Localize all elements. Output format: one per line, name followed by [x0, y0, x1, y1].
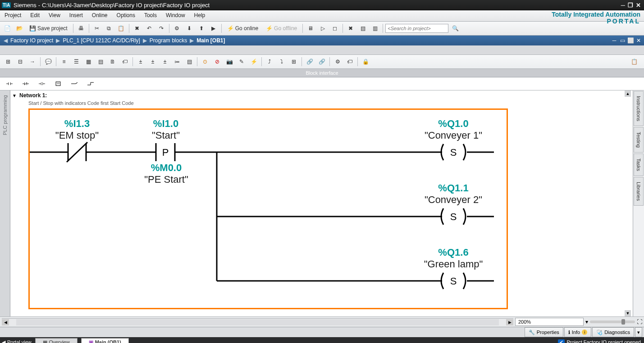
tab-instructions[interactable]: Instructions	[634, 91, 644, 126]
menu-window[interactable]: Window	[161, 10, 190, 21]
inspector-collapse-button[interactable]: ▾	[635, 327, 642, 337]
close-button[interactable]: ✕	[636, 2, 641, 9]
search-button[interactable]: 🔍	[450, 23, 461, 34]
coil2-address[interactable]: %Q1.1	[417, 182, 489, 194]
contact2-address[interactable]: %I1.0	[143, 118, 188, 130]
coil1-name[interactable]: "Conveyer 1"	[417, 130, 489, 141]
hscroll-track[interactable]	[16, 319, 499, 325]
stop-cpu-button[interactable]: ◻	[329, 23, 340, 34]
open-branch-button[interactable]: ⤴	[264, 56, 275, 67]
expand-button[interactable]: ▦	[83, 56, 94, 67]
crumb-plc[interactable]: PLC_1 [CPU 1212C AC/DC/Rly]	[63, 37, 140, 44]
compile-button[interactable]: ⚙	[172, 23, 183, 34]
network-header[interactable]: ▼ Network 1:	[10, 90, 633, 99]
restore-button[interactable]: ❐	[628, 2, 633, 9]
toggle-button[interactable]: ≔	[172, 56, 183, 67]
format-button[interactable]: ±	[135, 56, 146, 67]
branch-button[interactable]	[68, 78, 81, 89]
contact1-name[interactable]: "EM stop"	[55, 130, 100, 141]
menu-insert[interactable]: Insert	[65, 10, 87, 21]
go-online-button[interactable]: ⚡ Go online	[224, 23, 261, 34]
tag-button[interactable]: 🏷	[119, 56, 130, 67]
box-button[interactable]: ??	[51, 78, 65, 89]
project-search-input[interactable]	[385, 24, 448, 33]
editor-float-button[interactable]: ▭	[619, 37, 626, 44]
cross-ref-button[interactable]: ✖	[345, 23, 356, 34]
tab-main-ob1[interactable]: ▣ Main (OB1)	[81, 338, 129, 343]
portal-view-button[interactable]: ◀ Portal view	[2, 339, 32, 343]
cut-button[interactable]: ✂	[91, 23, 102, 34]
stop-monitor-button[interactable]: ⊘	[212, 56, 223, 67]
zoom-slider[interactable]	[590, 320, 635, 323]
coil-button[interactable]	[35, 78, 49, 89]
redo-button[interactable]: ↷	[156, 23, 167, 34]
tab-libraries[interactable]: Libraries	[634, 177, 644, 206]
branch-up-button[interactable]	[84, 78, 97, 89]
scroll-down-icon[interactable]: ▼	[625, 310, 631, 316]
memory-name[interactable]: "PE Start"	[142, 174, 191, 185]
plc-programming-tab[interactable]: PLC programming	[2, 95, 8, 135]
contact2-name[interactable]: "Start"	[143, 130, 188, 141]
properties-tab[interactable]: 🔧Properties	[525, 327, 563, 337]
no-contact-button[interactable]	[3, 78, 16, 89]
snapshot-button[interactable]: 📷	[224, 56, 235, 67]
menu-options[interactable]: Options	[112, 10, 140, 21]
crumb-project[interactable]: Factory IO project	[10, 37, 53, 44]
collapse-triangle-icon[interactable]: ▼	[12, 93, 17, 98]
nav-back-icon[interactable]: ◀	[4, 37, 8, 44]
split-v-button[interactable]: ▥	[370, 23, 380, 34]
crumb-main[interactable]: Main [OB1]	[196, 37, 225, 44]
contact1-address[interactable]: %I1.3	[55, 118, 100, 130]
tab-overview[interactable]: ▦ Overview	[35, 338, 78, 343]
absolute-button[interactable]: ≡	[59, 56, 69, 67]
coil1-address[interactable]: %Q1.0	[417, 118, 489, 130]
menu-edit[interactable]: Edit	[26, 10, 44, 21]
menu-online[interactable]: Online	[87, 10, 112, 21]
tab-testing[interactable]: Testing	[634, 127, 644, 153]
help2-button[interactable]: 🏷	[344, 56, 355, 67]
collapse-button[interactable]: ▤	[95, 56, 106, 67]
menu-help[interactable]: Help	[190, 10, 210, 21]
editor-minimize-button[interactable]: ─	[611, 37, 618, 44]
zoom-dropdown-icon[interactable]: ▾	[585, 319, 588, 325]
properties-button[interactable]: 📋	[629, 56, 639, 67]
format3-button[interactable]: ±	[160, 56, 170, 67]
memory-address[interactable]: %M0.0	[142, 162, 191, 174]
start-cpu-button[interactable]: ▷	[317, 23, 328, 34]
comment-button[interactable]: 💬	[43, 56, 54, 67]
coil3-name[interactable]: "Green lamp"	[417, 258, 489, 270]
vertical-scrollbar[interactable]: ▲ ▼	[625, 90, 632, 316]
download-button[interactable]: ⬇	[184, 23, 195, 34]
close-branch-button[interactable]: ⤵	[276, 56, 287, 67]
call-structure-button[interactable]: 🔗	[304, 56, 315, 67]
editor-close-button[interactable]: ✕	[635, 37, 642, 44]
split-h-button[interactable]: ▤	[357, 23, 368, 34]
settings-button[interactable]: ⚙	[332, 56, 343, 67]
menu-tools[interactable]: Tools	[140, 10, 161, 21]
structure-button[interactable]: ⊞	[288, 56, 299, 67]
upload-button[interactable]: ⬆	[196, 23, 207, 34]
zoom-input[interactable]	[515, 318, 584, 326]
undo-button[interactable]: ↶	[144, 23, 155, 34]
force-button[interactable]: ⚡	[248, 56, 259, 67]
lock-button[interactable]: 🔒	[360, 56, 371, 67]
monitor-button[interactable]: ⊙	[200, 56, 210, 67]
delete-button[interactable]: ✖	[132, 23, 142, 34]
dependency-button[interactable]: 🔗	[316, 56, 327, 67]
zoom-fit-button[interactable]: ⛶	[637, 319, 642, 325]
minimize-button[interactable]: ─	[621, 2, 625, 9]
font-button[interactable]: 🗎	[107, 56, 118, 67]
format2-button[interactable]: ±	[147, 56, 158, 67]
modify-button[interactable]: ✎	[236, 56, 247, 67]
accessible-devices-button[interactable]: 🖥	[305, 23, 316, 34]
tab-tasks[interactable]: Tasks	[634, 153, 644, 176]
editor-maximize-button[interactable]: ⬜	[627, 37, 634, 44]
editor-viewport[interactable]: ▼ Network 1: Start / Stop with indicator…	[10, 90, 633, 316]
delete-network-button[interactable]: ⊟	[15, 56, 26, 67]
info-tab[interactable]: ℹInfoi	[564, 327, 591, 337]
list-button[interactable]: ▤	[184, 56, 195, 67]
hscroll-left-icon[interactable]: ◀	[2, 319, 9, 325]
insert-network-button[interactable]: ⊞	[3, 56, 14, 67]
copy-button[interactable]: ⧉	[104, 23, 114, 34]
menu-view[interactable]: View	[44, 10, 65, 21]
